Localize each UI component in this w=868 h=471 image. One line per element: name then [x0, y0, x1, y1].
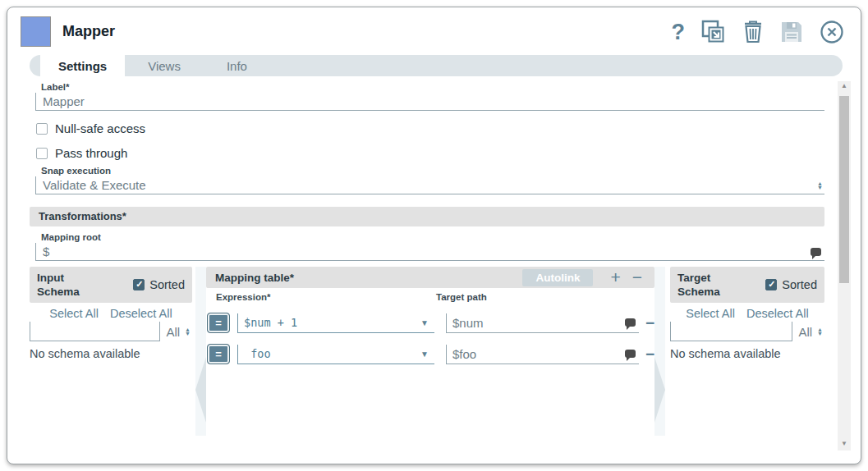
- collapse-input-schema-handle[interactable]: [195, 267, 206, 436]
- input-filter-spinner-icon[interactable]: ▲▼: [185, 327, 191, 336]
- target-schema-links: Select All Deselect All: [670, 307, 824, 320]
- expression-dropdown-icon[interactable]: ▼: [420, 350, 429, 359]
- target-schema-header: Target Schema Sorted: [670, 267, 824, 303]
- expression-input[interactable]: [238, 347, 420, 360]
- mapping-table-title: Mapping table*: [215, 272, 522, 284]
- label-field: [35, 93, 824, 111]
- mapper-settings-dialog: Mapper ?: [7, 7, 861, 464]
- comment-bubble-icon[interactable]: [811, 248, 821, 256]
- mapping-table-panel: Mapping table* Autolink + − Expression* …: [195, 267, 665, 436]
- input-schema-panel: Input Schema Sorted Select All Deselect …: [30, 267, 192, 360]
- target-deselect-all-link[interactable]: Deselect All: [746, 307, 809, 320]
- input-sorted-checkbox[interactable]: [133, 279, 145, 290]
- delete-row-button[interactable]: −: [639, 347, 654, 362]
- expression-field: ▼: [237, 313, 434, 333]
- null-safe-access-checkbox[interactable]: [36, 123, 48, 135]
- mapping-root-input[interactable]: [36, 244, 807, 260]
- target-path-input[interactable]: [447, 316, 622, 330]
- input-select-all-link[interactable]: Select All: [49, 307, 99, 320]
- snap-color-icon: [21, 16, 51, 47]
- trash-icon: [742, 20, 764, 43]
- dialog-title: Mapper: [62, 23, 672, 40]
- mapping-row: = ▼ −: [206, 344, 654, 364]
- mapping-table-header: Mapping table* Autolink + −: [206, 267, 654, 288]
- null-safe-access-label: Null-safe access: [55, 121, 145, 135]
- input-schema-title: Input Schema: [37, 271, 80, 299]
- scrollbar-track[interactable]: [838, 93, 851, 439]
- transformations-section-header: Transformations*: [30, 207, 824, 226]
- scrollbar-thumb[interactable]: [839, 96, 849, 283]
- dialog-toolbar: ?: [672, 20, 845, 44]
- mapping-root-label: Mapping root: [41, 232, 824, 242]
- target-schema-empty-text: No schema available: [670, 347, 824, 360]
- expression-toggle-button[interactable]: =: [207, 344, 230, 364]
- close-button[interactable]: [820, 20, 844, 44]
- comment-bubble-icon[interactable]: [625, 318, 636, 327]
- input-schema-search-input[interactable]: [30, 322, 159, 341]
- expression-toggle-button[interactable]: =: [207, 313, 230, 333]
- spinner-icon[interactable]: ▲▼: [817, 181, 823, 190]
- target-path-input[interactable]: [447, 347, 622, 361]
- vertical-scrollbar[interactable]: ▲ ▼: [838, 81, 851, 450]
- input-sorted-label: Sorted: [149, 278, 185, 291]
- pass-through-checkbox[interactable]: [36, 148, 48, 159]
- collapse-target-schema-handle[interactable]: [654, 267, 665, 436]
- save-button[interactable]: [780, 20, 803, 44]
- close-icon: [820, 20, 844, 44]
- target-path-field: [446, 345, 639, 364]
- target-filter-spinner-icon[interactable]: ▲▼: [817, 327, 823, 336]
- chevron-right-icon: [654, 357, 665, 423]
- target-sorted-checkbox[interactable]: [765, 279, 777, 290]
- target-schema-filter: All ▲▼: [670, 322, 824, 341]
- snap-execution-label: Snap execution: [41, 166, 824, 176]
- mapping-row: = ▼ −: [206, 313, 654, 333]
- tab-bar: Settings Views Info: [30, 55, 843, 76]
- delete-row-button[interactable]: −: [639, 316, 654, 331]
- target-filter-scope[interactable]: All: [798, 325, 812, 339]
- snap-execution-select[interactable]: ▲▼: [35, 176, 824, 194]
- target-path-field: [446, 313, 639, 333]
- scroll-down-icon[interactable]: ▼: [841, 439, 847, 450]
- mapping-column-headers: Expression* Target path: [206, 292, 654, 302]
- add-row-button[interactable]: +: [604, 269, 626, 286]
- expression-dropdown-icon[interactable]: ▼: [420, 318, 429, 327]
- save-icon: [780, 21, 803, 43]
- input-schema-filter: All ▲▼: [30, 322, 192, 341]
- target-select-all-link[interactable]: Select All: [686, 307, 735, 320]
- remove-rows-button[interactable]: −: [627, 269, 648, 286]
- target-schema-title: Target Schema: [677, 271, 720, 299]
- help-icon: ?: [672, 21, 686, 43]
- label-field-label: Label*: [41, 82, 824, 92]
- snap-execution-value[interactable]: [36, 177, 815, 194]
- autolink-button[interactable]: Autolink: [522, 269, 593, 286]
- pass-through-row[interactable]: Pass through: [36, 146, 824, 160]
- input-filter-scope[interactable]: All: [166, 325, 180, 339]
- input-sorted-toggle[interactable]: Sorted: [133, 278, 185, 291]
- tab-settings[interactable]: Settings: [40, 55, 125, 76]
- target-sorted-toggle[interactable]: Sorted: [765, 278, 817, 291]
- expression-input[interactable]: [238, 316, 420, 329]
- pass-through-label: Pass through: [55, 146, 127, 160]
- comment-bubble-icon[interactable]: [625, 350, 636, 358]
- help-button[interactable]: ?: [672, 20, 686, 44]
- export-snap-icon: [701, 20, 726, 43]
- mapper-panels: Input Schema Sorted Select All Deselect …: [30, 267, 824, 436]
- input-schema-links: Select All Deselect All: [30, 307, 192, 320]
- chevron-left-icon: [195, 357, 206, 423]
- scroll-up-icon[interactable]: ▲: [841, 81, 847, 93]
- null-safe-access-row[interactable]: Null-safe access: [36, 121, 824, 135]
- tab-info[interactable]: Info: [204, 55, 270, 76]
- export-snap-button[interactable]: [701, 20, 726, 44]
- mapping-table-main: Mapping table* Autolink + − Expression* …: [206, 267, 654, 436]
- input-deselect-all-link[interactable]: Deselect All: [110, 307, 172, 320]
- mapping-root-field: [35, 243, 824, 261]
- input-schema-header: Input Schema Sorted: [30, 267, 192, 303]
- tab-views[interactable]: Views: [125, 55, 204, 76]
- target-sorted-label: Sorted: [782, 278, 817, 291]
- expression-field: ▼: [237, 345, 434, 364]
- target-schema-search-input[interactable]: [671, 322, 792, 341]
- delete-snap-button[interactable]: [742, 20, 764, 44]
- label-input[interactable]: [36, 94, 824, 110]
- target-path-column-header: Target path: [436, 292, 487, 302]
- target-schema-panel: Target Schema Sorted Select All Deselect…: [670, 267, 824, 360]
